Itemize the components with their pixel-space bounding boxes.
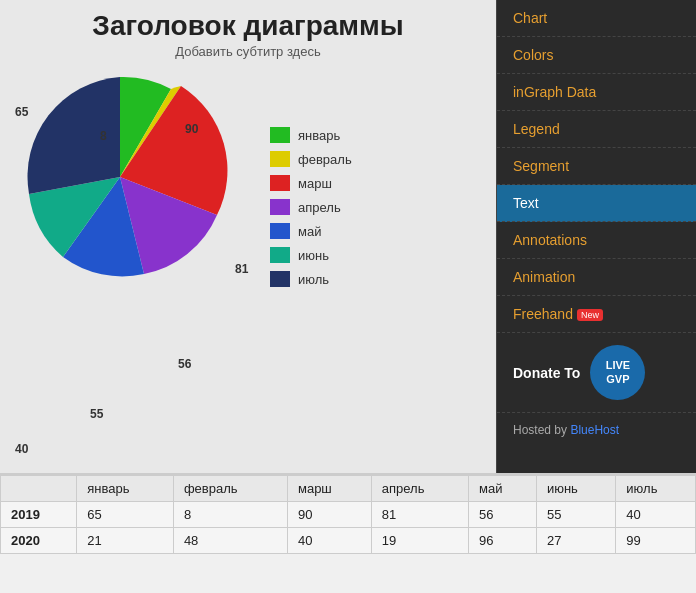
legend-label: апрель	[298, 200, 341, 215]
data-cell: 40	[616, 502, 696, 528]
legend-item: марш	[270, 175, 352, 191]
sidebar-item-freehand[interactable]: FreehandNew	[497, 296, 696, 333]
new-badge: New	[577, 309, 603, 321]
sidebar-item-legend[interactable]: Legend	[497, 111, 696, 148]
label-65: 65	[15, 105, 28, 119]
legend-color-box	[270, 127, 290, 143]
legend-area: январь февраль марш апрель май июнь июль	[250, 127, 352, 287]
livegvp-logo: LIVEGVP	[590, 345, 645, 400]
data-cell: 27	[536, 528, 615, 554]
data-cell: 55	[536, 502, 615, 528]
legend-color-box	[270, 247, 290, 263]
legend-item: февраль	[270, 151, 352, 167]
legend-item: апрель	[270, 199, 352, 215]
table-header: апрель	[371, 476, 468, 502]
sidebar-item-colors[interactable]: Colors	[497, 37, 696, 74]
label-81: 81	[235, 262, 248, 276]
chart-content: 65 8 90 81 56 55 40 январь февраль марш …	[10, 67, 486, 347]
sidebar: ChartColorsinGraph DataLegendSegmentText…	[496, 0, 696, 473]
data-cell: 56	[469, 502, 537, 528]
data-cell: 65	[77, 502, 174, 528]
data-cell: 19	[371, 528, 468, 554]
legend-item: июнь	[270, 247, 352, 263]
pie-chart	[10, 67, 230, 287]
legend-color-box	[270, 223, 290, 239]
legend-label: февраль	[298, 152, 352, 167]
sidebar-item-ingraph-data[interactable]: inGraph Data	[497, 74, 696, 111]
data-cell: 99	[616, 528, 696, 554]
legend-item: июль	[270, 271, 352, 287]
legend-color-box	[270, 175, 290, 191]
label-90: 90	[185, 122, 198, 136]
table-header: марш	[287, 476, 371, 502]
year-cell: 2020	[1, 528, 77, 554]
table-row: 202021484019962799	[1, 528, 696, 554]
donate-label: Donate To	[513, 365, 580, 381]
table-area: январьфевральмаршапрельмайиюньиюль201965…	[0, 473, 696, 593]
year-cell: 2019	[1, 502, 77, 528]
legend-label: июль	[298, 272, 329, 287]
data-cell: 96	[469, 528, 537, 554]
data-cell: 40	[287, 528, 371, 554]
sidebar-item-animation[interactable]: Animation	[497, 259, 696, 296]
legend-color-box	[270, 199, 290, 215]
data-cell: 90	[287, 502, 371, 528]
chart-title: Заголовок диаграммы	[10, 10, 486, 42]
legend-label: май	[298, 224, 321, 239]
legend-color-box	[270, 151, 290, 167]
legend-item: май	[270, 223, 352, 239]
donate-section: Donate To LIVEGVP	[497, 333, 696, 413]
table-header: май	[469, 476, 537, 502]
label-8: 8	[100, 129, 107, 143]
table-header: июль	[616, 476, 696, 502]
legend-label: марш	[298, 176, 332, 191]
table-header: январь	[77, 476, 174, 502]
data-cell: 21	[77, 528, 174, 554]
table-row: 20196589081565540	[1, 502, 696, 528]
chart-subtitle: Добавить субтитр здесь	[10, 44, 486, 59]
legend-label: июнь	[298, 248, 329, 263]
chart-area: Заголовок диаграммы Добавить субтитр зде…	[0, 0, 496, 473]
table-header: июнь	[536, 476, 615, 502]
sidebar-item-annotations[interactable]: Annotations	[497, 222, 696, 259]
table-header	[1, 476, 77, 502]
sidebar-item-segment[interactable]: Segment	[497, 148, 696, 185]
data-cell: 81	[371, 502, 468, 528]
legend-color-box	[270, 271, 290, 287]
sidebar-item-text[interactable]: Text	[497, 185, 696, 222]
table-header: февраль	[173, 476, 287, 502]
pie-container: 65 8 90 81 56 55 40	[10, 67, 250, 347]
legend-item: январь	[270, 127, 352, 143]
label-55: 55	[90, 407, 103, 421]
data-cell: 8	[173, 502, 287, 528]
label-40: 40	[15, 442, 28, 456]
label-56: 56	[178, 357, 191, 371]
sidebar-item-chart[interactable]: Chart	[497, 0, 696, 37]
main-area: Заголовок диаграммы Добавить субтитр зде…	[0, 0, 696, 473]
hosted-text: Hosted by	[513, 423, 567, 437]
hosted-section: Hosted by BlueHost	[497, 413, 696, 447]
data-table: январьфевральмаршапрельмайиюньиюль201965…	[0, 475, 696, 554]
bluehost-link[interactable]: BlueHost	[570, 423, 619, 437]
data-cell: 48	[173, 528, 287, 554]
legend-label: январь	[298, 128, 340, 143]
